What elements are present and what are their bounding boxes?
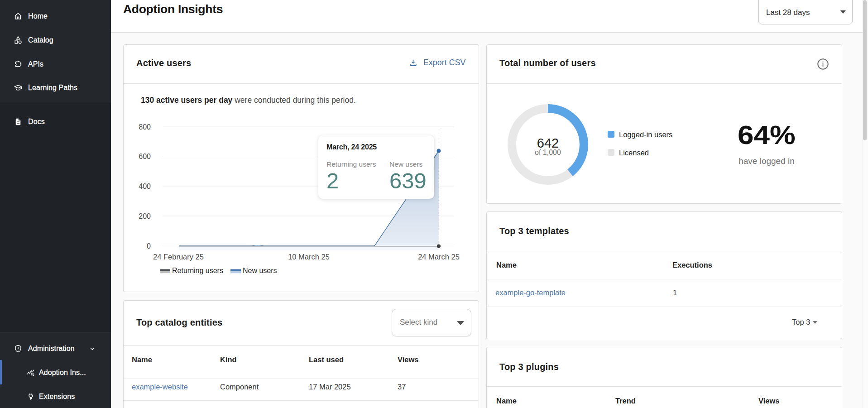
svg-text:24 February 25: 24 February 25 [153, 253, 204, 261]
svg-text:0: 0 [147, 242, 151, 250]
svg-text:Returning users: Returning users [172, 267, 223, 274]
svg-text:10 March 25: 10 March 25 [288, 253, 330, 261]
svg-text:800: 800 [139, 123, 151, 131]
svg-text:200: 200 [139, 212, 151, 220]
svg-text:600: 600 [139, 153, 151, 160]
svg-text:New users: New users [243, 267, 277, 274]
svg-text:400: 400 [139, 182, 151, 190]
svg-text:24 March 25: 24 March 25 [418, 253, 460, 261]
